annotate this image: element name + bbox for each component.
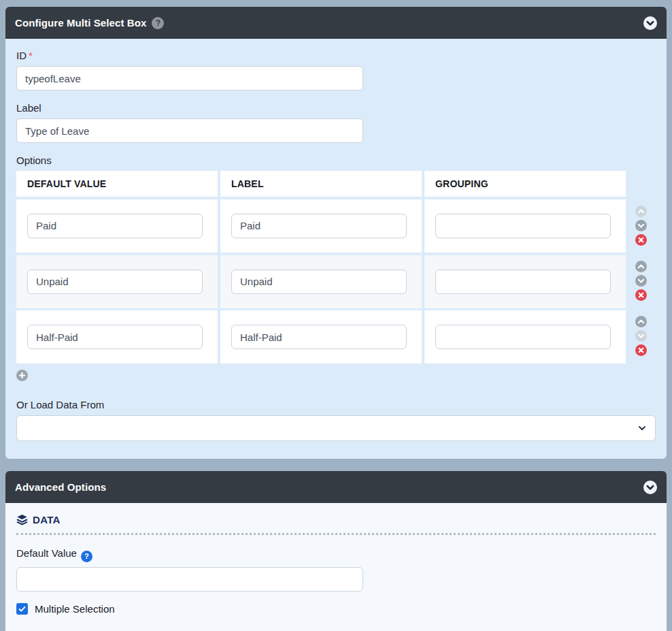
option-grouping-input[interactable] <box>435 214 611 238</box>
table-cell <box>16 199 218 253</box>
dotted-divider <box>16 533 656 535</box>
advanced-options-body: DATA Default Value? Multiple Selection <box>5 503 667 631</box>
configure-panel-header[interactable]: Configure Multi Select Box ? <box>5 7 667 39</box>
option-label-input[interactable] <box>231 325 407 349</box>
chevron-down-icon[interactable] <box>643 16 657 30</box>
table-cell <box>220 199 422 253</box>
move-up-icon[interactable] <box>635 261 647 272</box>
multiple-selection-checkbox[interactable] <box>16 603 28 615</box>
required-asterisk: * <box>29 50 33 61</box>
id-field-group: ID* <box>16 50 656 91</box>
load-data-select[interactable] <box>16 415 656 441</box>
options-grid: DEFAULT VALUE LABEL GROUPING <box>16 171 626 364</box>
controls-header-spacer <box>626 171 656 197</box>
data-section-heading: DATA <box>16 514 656 525</box>
advanced-options-header[interactable]: Advanced Options <box>5 471 667 503</box>
page: Configure Multi Select Box ? ID* Label O… <box>0 0 672 631</box>
move-down-icon[interactable] <box>635 275 647 287</box>
panel-title: Configure Multi Select Box <box>15 17 146 29</box>
row-controls <box>626 254 656 307</box>
option-grouping-input[interactable] <box>435 270 611 294</box>
default-value-group: Default Value? <box>16 547 656 592</box>
default-value-input[interactable] <box>16 567 363 592</box>
column-header-default-value: DEFAULT VALUE <box>16 171 218 197</box>
move-up-icon[interactable] <box>635 316 647 327</box>
help-icon[interactable]: ? <box>152 17 164 29</box>
id-label-text: ID <box>16 50 27 61</box>
options-table: DEFAULT VALUE LABEL GROUPING <box>16 171 656 364</box>
chevron-down-icon[interactable] <box>643 481 657 494</box>
column-header-label: LABEL <box>220 171 422 197</box>
table-cell <box>220 310 422 363</box>
option-label-input[interactable] <box>231 214 407 238</box>
configure-panel-body: ID* Label Options DEFAULT VALUE LABEL GR… <box>5 39 667 459</box>
default-value-label-text: Default Value <box>16 547 77 559</box>
layers-icon <box>16 514 28 525</box>
table-cell <box>220 255 422 308</box>
move-up-icon <box>635 206 647 217</box>
options-label: Options <box>16 155 656 166</box>
delete-row-icon[interactable] <box>635 289 647 301</box>
configure-panel: Configure Multi Select Box ? ID* Label O… <box>5 7 667 459</box>
load-data-group: Or Load Data From <box>16 399 656 441</box>
label-label: Label <box>16 102 656 114</box>
move-down-icon[interactable] <box>635 220 647 231</box>
id-label: ID* <box>16 50 656 61</box>
multiple-selection-label: Multiple Selection <box>35 603 115 615</box>
multiple-selection-row: Multiple Selection <box>16 603 656 615</box>
default-value-label: Default Value? <box>16 547 656 562</box>
option-label-input[interactable] <box>231 270 407 294</box>
option-grouping-input[interactable] <box>435 325 611 349</box>
load-data-select-wrap <box>16 415 656 441</box>
id-input[interactable] <box>16 66 363 91</box>
option-value-input[interactable] <box>27 325 203 349</box>
row-controls <box>626 309 656 362</box>
panel-title: Advanced Options <box>15 481 106 493</box>
data-section-label: DATA <box>33 514 61 525</box>
options-section: Options DEFAULT VALUE LABEL GROUPING <box>16 155 656 384</box>
option-value-input[interactable] <box>27 270 203 294</box>
move-down-icon <box>635 330 647 342</box>
table-cell <box>424 255 626 308</box>
row-controls <box>626 199 656 252</box>
add-option-row <box>16 370 656 384</box>
help-icon[interactable]: ? <box>81 551 93 562</box>
table-cell <box>424 310 626 363</box>
table-cell <box>16 255 218 308</box>
advanced-options-panel: Advanced Options DATA Default Value? <box>5 471 667 631</box>
load-data-label: Or Load Data From <box>16 399 656 410</box>
add-row-icon[interactable] <box>16 370 28 381</box>
row-controls-column <box>626 171 656 364</box>
label-input[interactable] <box>16 118 363 143</box>
label-field-group: Label <box>16 102 656 143</box>
option-value-input[interactable] <box>27 214 203 238</box>
delete-row-icon[interactable] <box>635 234 647 246</box>
delete-row-icon[interactable] <box>635 344 647 356</box>
column-header-grouping: GROUPING <box>424 171 626 197</box>
table-cell <box>424 199 626 253</box>
table-cell <box>16 310 218 363</box>
